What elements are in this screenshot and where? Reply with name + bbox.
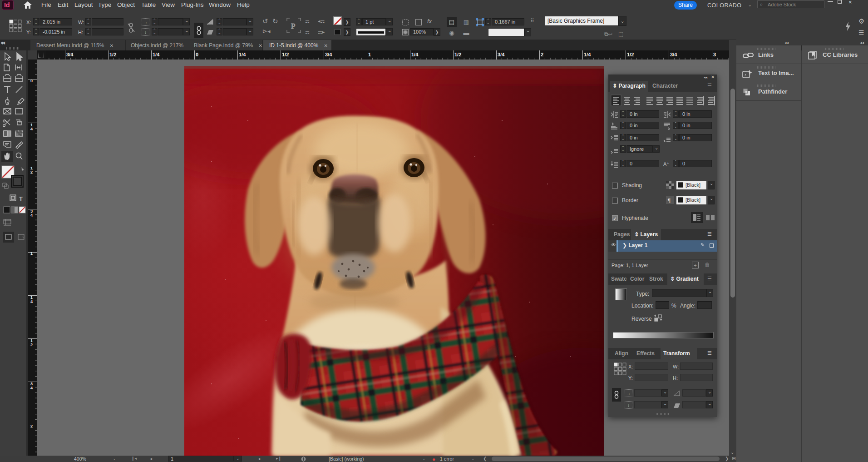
- svg-text:4: 4: [30, 299, 33, 304]
- svg-text:3/4: 3/4: [325, 52, 332, 57]
- svg-text:2: 2: [541, 52, 543, 57]
- svg-text:1/2: 1/2: [282, 52, 289, 57]
- svg-text:1/2: 1/2: [109, 52, 116, 57]
- svg-text:4: 4: [30, 386, 33, 390]
- svg-text:1/4: 1/4: [239, 52, 246, 57]
- svg-text:3/4: 3/4: [670, 52, 677, 57]
- svg-text:1/4: 1/4: [411, 52, 419, 57]
- svg-text:2: 2: [30, 343, 33, 347]
- svg-text:1: 1: [30, 251, 33, 256]
- svg-text:3/4: 3/4: [498, 52, 505, 57]
- svg-text:¶: ¶: [668, 197, 671, 204]
- svg-text:0: 0: [196, 52, 198, 57]
- svg-text:P: P: [291, 22, 295, 30]
- svg-text:T: T: [19, 195, 23, 202]
- svg-text:4: 4: [30, 127, 33, 131]
- svg-text:1/4: 1/4: [153, 52, 160, 57]
- svg-text:1/2: 1/2: [454, 52, 461, 57]
- svg-text:3/4: 3/4: [66, 52, 74, 57]
- svg-text:0: 0: [30, 79, 33, 83]
- svg-text:2: 2: [30, 424, 33, 428]
- svg-text:1/2: 1/2: [627, 52, 634, 57]
- svg-text:1: 1: [368, 52, 371, 57]
- svg-text:A⁺: A⁺: [663, 161, 669, 167]
- svg-text:1/4: 1/4: [584, 52, 591, 57]
- svg-text:3: 3: [713, 52, 716, 57]
- svg-text:4: 4: [30, 213, 33, 218]
- svg-text:2: 2: [30, 170, 33, 174]
